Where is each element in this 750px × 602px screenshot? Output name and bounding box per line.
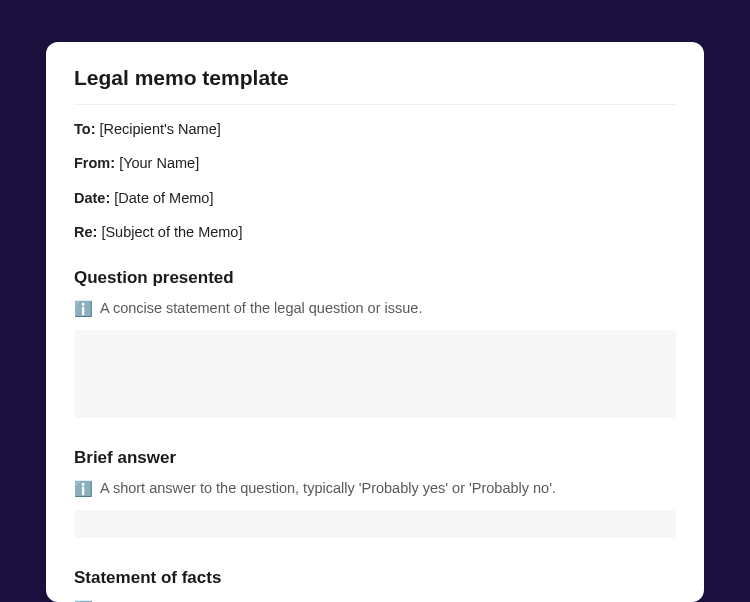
section-facts: Statement of facts ℹ️ A clear and straig… xyxy=(74,568,676,602)
memo-card: Legal memo template To: [Recipient's Nam… xyxy=(46,42,704,602)
from-value[interactable]: [Your Name] xyxy=(119,155,199,171)
to-value[interactable]: [Recipient's Name] xyxy=(100,121,221,137)
re-value[interactable]: [Subject of the Memo] xyxy=(101,224,242,240)
question-hint-text: A concise statement of the legal questio… xyxy=(100,300,422,316)
header-to: To: [Recipient's Name] xyxy=(74,119,676,139)
answer-hint-text: A short answer to the question, typicall… xyxy=(100,480,556,496)
header-fields: To: [Recipient's Name] From: [Your Name]… xyxy=(74,119,676,242)
header-re: Re: [Subject of the Memo] xyxy=(74,222,676,242)
question-heading: Question presented xyxy=(74,268,676,288)
date-label: Date: xyxy=(74,190,110,206)
header-date: Date: [Date of Memo] xyxy=(74,188,676,208)
section-question: Question presented ℹ️ A concise statemen… xyxy=(74,268,676,418)
date-value[interactable]: [Date of Memo] xyxy=(114,190,213,206)
question-hint: ℹ️ A concise statement of the legal ques… xyxy=(74,300,676,316)
question-input[interactable] xyxy=(74,330,676,418)
to-label: To: xyxy=(74,121,95,137)
page-title: Legal memo template xyxy=(74,66,676,105)
answer-input[interactable] xyxy=(74,510,676,538)
from-label: From: xyxy=(74,155,115,171)
info-icon: ℹ️ xyxy=(74,301,93,316)
answer-heading: Brief answer xyxy=(74,448,676,468)
answer-hint: ℹ️ A short answer to the question, typic… xyxy=(74,480,676,496)
info-icon: ℹ️ xyxy=(74,481,93,496)
section-answer: Brief answer ℹ️ A short answer to the qu… xyxy=(74,448,676,538)
facts-heading: Statement of facts xyxy=(74,568,676,588)
re-label: Re: xyxy=(74,224,97,240)
header-from: From: [Your Name] xyxy=(74,153,676,173)
